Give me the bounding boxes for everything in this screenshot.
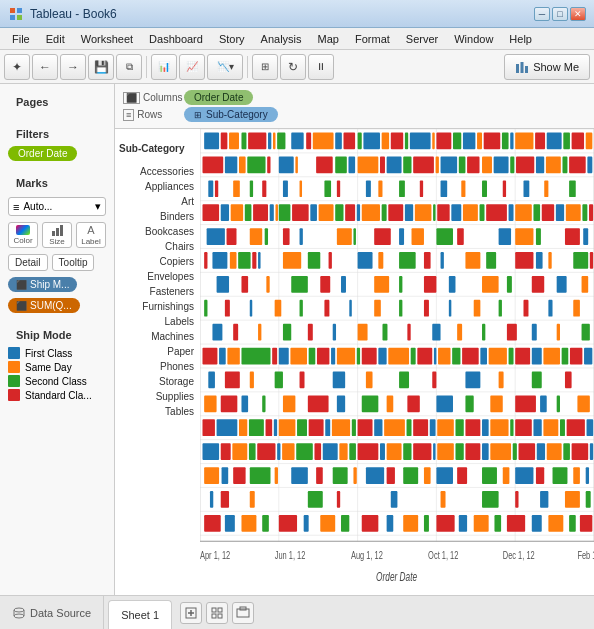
toolbar-duplicate-button[interactable]: ⧉ [116, 54, 142, 80]
svg-rect-363 [424, 467, 431, 484]
toolbar-refresh-button[interactable]: ↻ [280, 54, 306, 80]
svg-rect-110 [544, 180, 548, 197]
toolbar-pause-button[interactable]: ⏸ [308, 54, 334, 80]
toolbar-new-button[interactable]: ✦ [4, 54, 30, 80]
marks-color-button[interactable]: Color [8, 222, 38, 248]
svg-rect-266 [333, 372, 345, 389]
menu-map[interactable]: Map [310, 31, 347, 47]
marks-type-dropdown[interactable]: ≡ Auto... ▾ [8, 197, 106, 216]
marks-ship-mode-pill[interactable]: ⬛ Ship M... [8, 277, 77, 292]
marks-size-label: Size [49, 237, 65, 246]
menu-story[interactable]: Story [211, 31, 253, 47]
toolbar-back-button[interactable]: ← [32, 54, 58, 80]
svg-rect-73 [348, 156, 355, 173]
minimize-button[interactable]: ─ [534, 7, 550, 21]
svg-rect-158 [499, 228, 511, 245]
menu-window[interactable]: Window [446, 31, 501, 47]
maximize-button[interactable]: □ [552, 7, 568, 21]
toolbar-separator-2 [247, 56, 248, 78]
legend-second-class: Second Class [8, 375, 106, 387]
filter-order-date[interactable]: Order Date [8, 146, 77, 161]
toolbar-chart1-button[interactable]: 📊 [151, 54, 177, 80]
svg-rect-405 [580, 515, 592, 532]
marks-sum-pill[interactable]: ⬛ SUM(Q... [8, 298, 80, 313]
svg-rect-129 [405, 204, 413, 221]
show-me-button[interactable]: Show Me [504, 54, 590, 80]
menu-analysis[interactable]: Analysis [253, 31, 310, 47]
marks-label-button[interactable]: A Label [76, 222, 106, 248]
toolbar-filter-button[interactable]: ⊞ [252, 54, 278, 80]
sheet-tab[interactable]: Sheet 1 [108, 600, 172, 629]
menu-server[interactable]: Server [398, 31, 446, 47]
svg-rect-398 [459, 515, 467, 532]
data-source-tab[interactable]: Data Source [0, 596, 104, 629]
menu-worksheet[interactable]: Worksheet [73, 31, 141, 47]
svg-rect-4 [516, 64, 519, 73]
svg-rect-299 [309, 419, 324, 436]
toolbar-chart2-button[interactable]: 📈 [179, 54, 205, 80]
legend-same-day-label: Same Day [25, 362, 72, 373]
svg-rect-56 [502, 133, 509, 150]
svg-rect-395 [403, 515, 418, 532]
svg-rect-2 [10, 15, 15, 20]
svg-rect-341 [465, 443, 480, 460]
rows-subcategory-pill[interactable]: ⊞ Sub-Category [184, 107, 278, 122]
svg-rect-155 [412, 228, 424, 245]
close-button[interactable]: ✕ [570, 7, 586, 21]
svg-rect-169 [283, 252, 301, 269]
menu-dashboard[interactable]: Dashboard [141, 31, 211, 47]
menu-format[interactable]: Format [347, 31, 398, 47]
menu-edit[interactable]: Edit [38, 31, 73, 47]
svg-rect-307 [413, 419, 428, 436]
menu-bar: File Edit Worksheet Dashboard Story Anal… [0, 28, 594, 50]
order-date-label: Order Date [194, 92, 243, 103]
menu-help[interactable]: Help [501, 31, 540, 47]
new-dashboard-button[interactable] [206, 602, 228, 624]
new-story-button[interactable] [232, 602, 254, 624]
svg-rect-135 [480, 204, 485, 221]
svg-rect-180 [536, 252, 543, 269]
main-layout: Pages Filters Order Date Marks ≡ Auto...… [0, 84, 594, 595]
svg-rect-249 [438, 348, 450, 365]
svg-rect-295 [266, 419, 273, 436]
window-controls: ─ □ ✕ [534, 7, 586, 21]
svg-rect-203 [300, 300, 303, 317]
svg-rect-331 [339, 443, 347, 460]
svg-rect-188 [320, 276, 330, 293]
svg-rect-1 [17, 8, 22, 13]
row-label-fasteners: Fasteners [115, 284, 200, 299]
legend-standard-class: Standard Cla... [8, 389, 106, 401]
marks-section: Marks ≡ Auto... ▾ Color Size [0, 171, 114, 317]
svg-rect-174 [399, 252, 416, 269]
svg-rect-258 [562, 348, 569, 365]
marks-detail-button[interactable]: Detail [8, 254, 48, 271]
columns-order-date-pill[interactable]: Order Date [184, 90, 253, 105]
svg-rect-352 [222, 467, 229, 484]
marks-tooltip-button[interactable]: Tooltip [52, 254, 95, 271]
svg-rect-243 [362, 348, 377, 365]
svg-rect-211 [499, 300, 502, 317]
svg-rect-41 [313, 133, 334, 150]
svg-rect-359 [353, 467, 356, 484]
svg-rect-53 [463, 133, 475, 150]
svg-rect-221 [358, 324, 368, 341]
svg-point-417 [14, 614, 24, 618]
toolbar-save-button[interactable]: 💾 [88, 54, 114, 80]
marks-size-button[interactable]: Size [42, 222, 72, 248]
svg-rect-200 [225, 300, 230, 317]
menu-file[interactable]: File [4, 31, 38, 47]
svg-rect-388 [262, 515, 269, 532]
svg-rect-210 [474, 300, 481, 317]
toolbar-forward-button[interactable]: → [60, 54, 86, 80]
svg-rect-3 [17, 15, 22, 20]
svg-rect-147 [250, 228, 262, 245]
svg-rect-397 [436, 515, 454, 532]
svg-rect-164 [212, 252, 227, 269]
new-sheet-button[interactable] [180, 602, 202, 624]
svg-rect-178 [486, 252, 496, 269]
svg-rect-393 [362, 515, 379, 532]
svg-rect-146 [227, 228, 237, 245]
svg-rect-277 [262, 395, 265, 412]
svg-rect-81 [459, 156, 466, 173]
toolbar-chart3-button[interactable]: 📉▾ [207, 54, 243, 80]
